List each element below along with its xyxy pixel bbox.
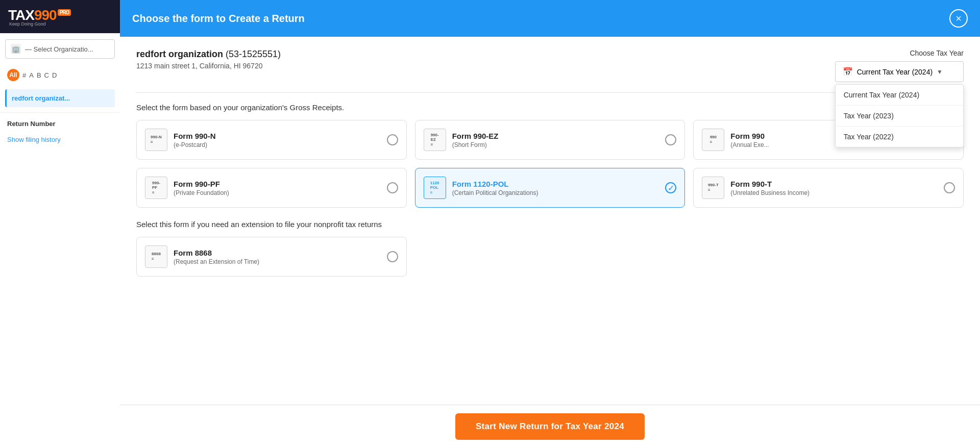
form-name-990-ez: Form 990-EZ [452,132,499,140]
tax-year-selected-text: Current Tax Year (2024) [857,68,933,76]
form-name-1120-pol: Form 1120-POL [452,180,538,188]
form-icon-8868: 8868≡ [145,245,167,268]
select-org-dropdown[interactable]: 🏢 — Select Organizatio... [5,39,115,59]
org-ein: (53-1525551) [226,49,281,59]
dropdown-option-2024[interactable]: Current Tax Year (2024) [836,85,963,106]
close-button[interactable]: × [949,9,968,28]
form-name-990-pf: Form 990-PF [174,180,229,188]
radio-990-t[interactable] [944,182,955,193]
select-org-label: — Select Organizatio... [25,45,93,53]
radio-990-pf[interactable] [387,182,398,193]
form-sub-990-t: (Unrelated Business Income) [730,189,810,196]
form-icon-1120-pol: 1120POL≡ [424,177,446,199]
form-card-1120-pol[interactable]: 1120POL≡ Form 1120-POL (Certain Politica… [415,168,685,208]
form-icon-990-ez: 990-EZ≡ [424,129,446,151]
radio-8868[interactable] [387,251,398,262]
dropdown-option-2023[interactable]: Tax Year (2023) [836,106,963,127]
form-name-990-t: Form 990-T [730,180,810,188]
form-icon-990-t: 990-T≡ [702,177,724,199]
form-card-990-pf[interactable]: 990-PF≡ Form 990-PF (Private Foundation) [136,168,407,208]
form-name-990-n: Form 990-N [174,132,216,140]
calendar-icon: 📅 [843,67,853,77]
form-sub-990-n: (e-Postcard) [174,141,216,148]
alpha-nav: All # A B C D [0,65,120,85]
org-list-item[interactable]: redfort organizat... [5,89,115,107]
sidebar: TAX990PRO Keep Doing Good 🏢 — Select Org… [0,0,120,448]
form-icon-990-pf: 990-PF≡ [145,177,167,199]
start-return-button[interactable]: Start New Return for Tax Year 2024 [455,413,645,440]
org-address: 1213 main street 1, California, HI 96720 [136,62,281,70]
logo: TAX990PRO [8,7,71,23]
extension-section: Select this form if you need an extensio… [136,220,964,277]
form-sub-8868: (Request an Extension of Time) [174,258,259,265]
tax-year-section: Choose Tax Year 📅 Current Tax Year (2024… [835,49,964,82]
tax-year-label: Choose Tax Year [910,49,964,57]
radio-990-ez[interactable] [665,134,676,145]
modal-title: Choose the form to Create a Return [132,13,305,24]
extension-label: Select this form if you need an extensio… [136,220,964,229]
show-filing-history-link[interactable]: Show filing history [0,132,120,147]
form-sub-990-ez: (Short Form) [452,141,499,148]
form-card-8868[interactable]: 8868≡ Form 8868 (Request an Extension of… [136,237,407,277]
form-card-990-ez[interactable]: 990-EZ≡ Form 990-EZ (Short Form) [415,120,685,160]
chevron-down-icon: ▼ [937,68,943,76]
form-sub-990-pf: (Private Foundation) [174,189,229,196]
form-icon-990: 990≡ [702,129,724,151]
radio-1120-pol[interactable]: ✓ [665,182,676,193]
form-name-990: Form 990 [730,132,769,140]
org-header-row: redfort organization (53-1525551) 1213 m… [136,49,964,82]
modal-header: Choose the form to Create a Return × [120,0,980,37]
dropdown-option-2022[interactable]: Tax Year (2022) [836,127,963,147]
alpha-all[interactable]: All [7,69,19,81]
org-name: redfort organization (53-1525551) [136,49,281,60]
form-sub-990: (Annual Exe... [730,141,769,148]
return-number-header: Return Number [0,112,120,132]
org-icon: 🏢 [11,44,21,54]
org-info: redfort organization (53-1525551) 1213 m… [136,49,281,70]
logo-area: TAX990PRO Keep Doing Good [0,0,120,33]
modal-body: redfort organization (53-1525551) 1213 m… [120,37,980,405]
form-card-990-n[interactable]: 990-N≡ Form 990-N (e-Postcard) [136,120,407,160]
form-name-8868: Form 8868 [174,248,259,257]
org-item-name: redfort organizat... [12,94,110,102]
tax-year-select[interactable]: 📅 Current Tax Year (2024) ▼ [835,61,964,82]
tax-year-dropdown-wrapper: 📅 Current Tax Year (2024) ▼ Current Tax … [835,61,964,82]
modal-footer: Start New Return for Tax Year 2024 [120,405,980,448]
form-card-990-t[interactable]: 990-T≡ Form 990-T (Unrelated Business In… [693,168,964,208]
modal: Choose the form to Create a Return × red… [120,0,980,448]
tax-year-dropdown-menu: Current Tax Year (2024) Tax Year (2023) … [835,84,964,147]
pro-badge: PRO [58,9,71,16]
form-icon-990-n: 990-N≡ [145,129,167,151]
form-sub-1120-pol: (Certain Political Organizations) [452,189,538,196]
radio-990-n[interactable] [387,134,398,145]
